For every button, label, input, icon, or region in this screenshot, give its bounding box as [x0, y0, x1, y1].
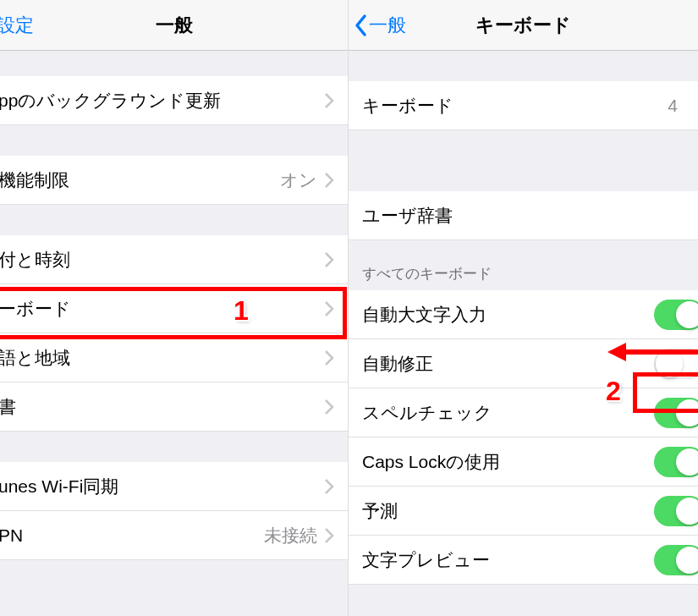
chevron-right-icon — [324, 478, 334, 495]
section-gap — [349, 130, 698, 191]
chevron-left-icon — [354, 14, 369, 37]
row-label: 機能制限 — [0, 168, 280, 192]
section-gap — [0, 205, 348, 235]
chevron-right-icon — [324, 172, 334, 189]
section-header: すべてのキーボード — [349, 240, 698, 290]
nav-bar: 一般 キーボード — [349, 0, 698, 51]
nav-back-label: 設定 — [0, 13, 34, 38]
section-gap — [349, 51, 698, 81]
row-label: 文字プレビュー — [362, 548, 654, 572]
annotation-number-2: 2 — [606, 376, 621, 407]
toggle-char-preview[interactable] — [654, 545, 698, 575]
row-value: オン — [280, 168, 317, 192]
toggle-knob — [676, 547, 698, 574]
toggle-knob — [676, 301, 698, 328]
row-label: キーボード — [362, 94, 668, 118]
row-date-time[interactable]: 付と時刻 — [0, 235, 348, 284]
row-label: ppのバックグラウンド更新 — [0, 89, 324, 113]
nav-back-button[interactable]: 設定 — [0, 13, 34, 38]
row-spell-check: スペルチェック — [349, 388, 698, 437]
row-char-preview: 文字プレビュー — [349, 536, 698, 585]
nav-bar: 設定 一般 — [0, 0, 348, 51]
row-keyboard[interactable]: ーボード — [0, 284, 348, 333]
nav-back-label: 一般 — [369, 13, 406, 38]
row-label: 語と地域 — [0, 346, 324, 370]
row-label: 予測 — [362, 499, 654, 523]
chevron-right-icon — [324, 349, 334, 366]
svg-marker-1 — [607, 343, 626, 361]
row-value: 4 — [668, 96, 678, 116]
section-gap — [0, 125, 348, 156]
toggle-auto-caps[interactable] — [654, 300, 698, 330]
row-restrictions[interactable]: 機能制限 オン — [0, 156, 348, 205]
row-bg-refresh[interactable]: ppのバックグラウンド更新 — [0, 76, 348, 125]
toggle-knob — [676, 498, 698, 525]
row-dictionary[interactable]: 書 — [0, 382, 348, 432]
toggle-caps-lock[interactable] — [654, 447, 698, 477]
row-keyboards[interactable]: キーボード 4 — [349, 81, 698, 130]
section-gap — [0, 51, 348, 76]
chevron-right-icon — [324, 300, 334, 317]
section-gap — [0, 432, 348, 462]
row-label: Caps Lockの使用 — [362, 450, 654, 474]
nav-title: 一般 — [156, 13, 193, 38]
row-itunes-wifi[interactable]: unes Wi-Fi同期 — [0, 462, 348, 511]
row-user-dictionary[interactable]: ユーザ辞書 — [349, 191, 698, 240]
row-caps-lock: Caps Lockの使用 — [349, 437, 698, 487]
chevron-right-icon — [324, 92, 334, 109]
row-language-region[interactable]: 語と地域 — [0, 333, 348, 382]
toggle-knob — [676, 448, 698, 476]
screen-general: 設定 一般 ppのバックグラウンド更新 機能制限 オン 付と時刻 ーボード 語と… — [0, 0, 349, 616]
row-label: 自動大文字入力 — [362, 303, 654, 327]
row-label: PN — [0, 525, 264, 546]
annotation-arrow-icon — [607, 340, 698, 364]
row-predictive: 予測 — [349, 487, 698, 536]
toggle-spell-check[interactable] — [654, 398, 698, 428]
row-vpn[interactable]: PN 未接続 — [0, 511, 348, 560]
row-label: ユーザ辞書 — [362, 204, 684, 228]
toggle-predictive[interactable] — [654, 496, 698, 526]
nav-title: キーボード — [475, 13, 571, 38]
chevron-right-icon — [324, 251, 334, 268]
nav-back-button[interactable]: 一般 — [354, 13, 406, 38]
row-label: 書 — [0, 395, 324, 419]
screen-keyboard: 一般 キーボード キーボード 4 ユーザ辞書 すべてのキーボード 自動大文字入力… — [349, 0, 698, 616]
row-label: unes Wi-Fi同期 — [0, 475, 324, 498]
row-auto-caps: 自動大文字入力 — [349, 290, 698, 339]
row-label: 付と時刻 — [0, 248, 324, 272]
chevron-right-icon — [324, 399, 334, 415]
row-value: 未接続 — [264, 524, 317, 547]
toggle-knob — [676, 399, 698, 426]
annotation-number-1: 1 — [234, 295, 249, 327]
row-label: ーボード — [0, 297, 324, 321]
chevron-right-icon — [324, 527, 334, 544]
